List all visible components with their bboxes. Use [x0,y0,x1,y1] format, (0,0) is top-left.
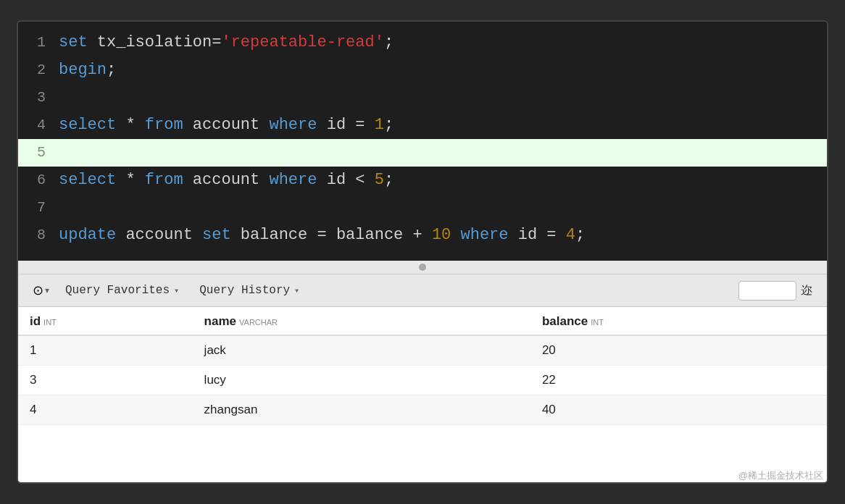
token-sym: ; [384,171,394,189]
token-kw-set-kw: set [59,33,97,51]
line-content: update account set balance = balance + 1… [59,222,585,249]
search-input[interactable] [738,281,796,301]
token-num-orange: 4 [566,226,575,244]
token-num-orange: 10 [432,226,451,244]
token-kw-from: from [145,116,183,134]
col-header-id: idINT [18,307,193,335]
code-line-2: 2begin; [18,56,827,84]
code-line-7: 7 [18,194,827,222]
token-sym: ; [384,33,394,51]
token-ident: account [116,226,202,244]
token-num-orange: 5 [375,171,384,189]
cell-balance: 40 [530,395,827,425]
menu-chevron-icon: ▾ [45,285,49,295]
cell-balance: 20 [530,335,827,366]
table-row: 4zhangsan40 [18,395,827,425]
token-kw-begin: begin [59,61,107,79]
token-ident: tx_isolation= [97,33,222,51]
table-header: idINTnameVARCHARbalanceINT [18,307,827,335]
line-number: 8 [25,222,46,249]
token-ident: account [183,171,270,189]
line-number: 5 [25,139,46,167]
main-container: 1set tx_isolation='repeatable-read';2beg… [17,20,828,484]
divider-dot [419,264,426,271]
line-content: begin; [59,56,116,84]
token-sym: ; [575,226,585,244]
query-favorites-chevron-icon: ▾ [174,285,179,296]
token-sym: * [116,116,145,134]
token-kw-where: where [461,226,509,244]
token-kw-select: select [59,116,116,134]
line-number: 1 [25,29,46,56]
code-line-1: 1set tx_isolation='repeatable-read'; [18,29,827,56]
query-history-label: Query History [199,284,290,297]
cell-id: 3 [18,366,193,395]
cell-name: zhangsan [193,395,530,425]
line-number: 6 [25,167,46,194]
code-editor: 1set tx_isolation='repeatable-read';2beg… [18,22,827,261]
line-number: 2 [25,56,46,84]
code-line-6: 6select * from account where id < 5; [18,167,827,194]
cell-balance: 22 [530,366,827,395]
col-header-balance: balanceINT [530,307,827,335]
results-table: idINTnameVARCHARbalanceINT 1jack203lucy2… [18,307,827,425]
line-content: select * from account where id < 5; [59,167,394,194]
token-ident [451,226,460,244]
chinese-label: 迩 [796,283,817,298]
token-num-orange: 1 [375,116,384,134]
query-favorites-dropdown[interactable]: Query Favorites ▾ [57,280,188,301]
token-string-red: 'repeatable-read' [221,33,383,51]
token-kw-from: from [145,171,183,189]
token-ident: account [183,116,270,134]
line-number: 3 [25,84,46,112]
code-line-4: 4select * from account where id = 1; [18,112,827,139]
query-favorites-label: Query Favorites [65,284,170,297]
token-ident: id = [509,226,566,244]
code-line-8: 8update account set balance = balance + … [18,222,827,249]
token-sym: ; [384,116,394,134]
menu-button[interactable]: ⊙ ▾ [28,280,54,301]
token-kw-set-kw: set [202,226,231,244]
code-line-5: 5 [18,139,827,167]
table-header-row: idINTnameVARCHARbalanceINT [18,307,827,335]
results-area[interactable]: idINTnameVARCHARbalanceINT 1jack203lucy2… [18,307,827,482]
watermark: @稀土掘金技术社区 [738,469,823,482]
divider-bar [18,261,827,274]
table-row: 1jack20 [18,335,827,366]
token-kw-where: where [269,116,317,134]
token-ident: balance = balance + [231,226,432,244]
col-header-name: nameVARCHAR [193,307,530,335]
line-number: 4 [25,112,46,139]
line-content: set tx_isolation='repeatable-read'; [59,29,394,56]
menu-icon: ⊙ [33,282,43,298]
token-ident: id = [317,116,374,134]
cell-name: lucy [193,366,530,395]
token-kw-select: select [59,171,116,189]
token-ident: id < [317,171,374,189]
toolbar: ⊙ ▾ Query Favorites ▾ Query History ▾ 迩 [18,274,827,307]
cell-id: 1 [18,335,193,366]
token-kw-update: update [59,226,116,244]
line-content: select * from account where id = 1; [59,112,394,139]
token-sym: ; [107,61,116,79]
line-number: 7 [25,194,46,222]
token-sym: * [116,171,145,189]
token-kw-where: where [269,171,317,189]
table-body: 1jack203lucy224zhangsan40 [18,335,827,425]
cell-id: 4 [18,395,193,425]
query-history-dropdown[interactable]: Query History ▾ [191,280,308,301]
cell-name: jack [193,335,530,366]
table-row: 3lucy22 [18,366,827,395]
code-line-3: 3 [18,84,827,112]
query-history-chevron-icon: ▾ [294,285,299,296]
